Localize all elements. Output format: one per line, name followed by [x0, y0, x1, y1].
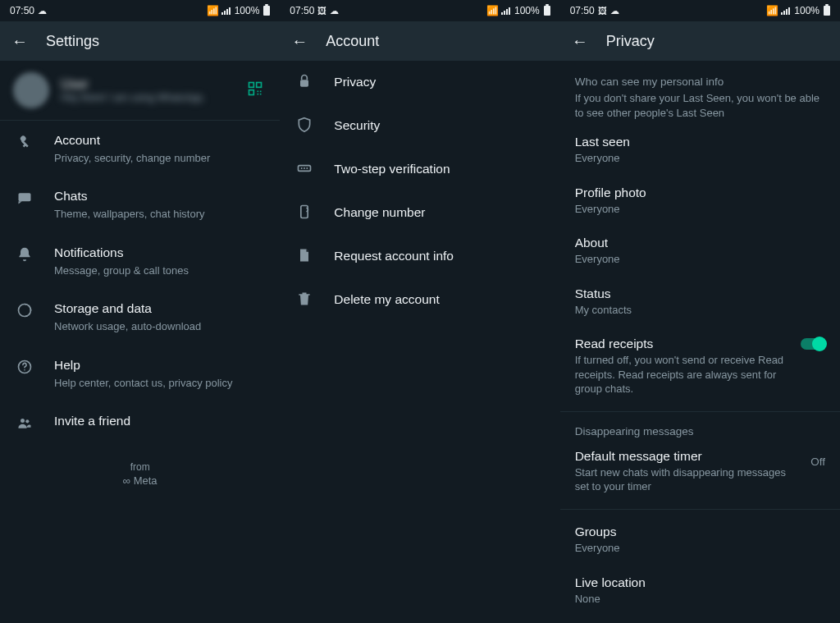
- item-value: My contacts: [575, 303, 825, 318]
- svg-point-16: [304, 167, 305, 169]
- phone-icon: [294, 202, 314, 224]
- item-label: Change number: [334, 204, 545, 222]
- privacy-item-default-timer[interactable]: Default message timer Start new chats wi…: [560, 439, 840, 504]
- status-bar: 07:50 🖼 ☁ 📶 100%: [280, 0, 559, 21]
- item-value: Everyone: [575, 202, 825, 217]
- app-bar-account: ← Account: [280, 21, 559, 61]
- wifi-icon: 📶: [207, 5, 219, 16]
- settings-item-notifications[interactable]: Notifications Message, group & call tone…: [0, 233, 280, 289]
- privacy-item-profile-photo[interactable]: Profile photo Everyone: [560, 176, 840, 227]
- item-title: Account: [54, 132, 265, 149]
- picture-icon: 🖼: [317, 6, 326, 16]
- item-subtitle: Network usage, auto-download: [54, 319, 265, 334]
- svg-rect-13: [300, 80, 308, 86]
- chat-icon: [15, 188, 34, 210]
- item-description: Start new chats with disappearing messag…: [575, 465, 791, 494]
- svg-rect-6: [260, 93, 262, 94]
- svg-rect-7: [19, 194, 31, 202]
- svg-point-12: [25, 420, 29, 424]
- battery-pct: 100%: [794, 5, 819, 16]
- cloud-icon: ☁: [38, 6, 47, 16]
- settings-item-invite[interactable]: Invite a friend: [0, 401, 280, 447]
- qr-code-icon[interactable]: [247, 80, 263, 101]
- profile-row[interactable]: User Hey there! I am using WhatsApp.: [0, 61, 280, 121]
- signal-icon: [221, 7, 231, 15]
- status-time: 07:50: [570, 5, 595, 16]
- profile-text: User Hey there! I am using WhatsApp.: [61, 77, 267, 103]
- status-time: 07:50: [290, 5, 314, 16]
- item-title: Last seen: [575, 135, 825, 149]
- item-value: Everyone: [575, 541, 825, 556]
- item-label: Delete my account: [334, 291, 545, 309]
- item-title: About: [575, 236, 825, 250]
- item-title: Invite a friend: [54, 413, 265, 430]
- svg-point-15: [301, 167, 303, 169]
- svg-rect-1: [257, 82, 262, 87]
- item-title: Notifications: [54, 245, 265, 262]
- section-disappearing: Disappearing messages: [560, 417, 840, 439]
- item-title: Chats: [54, 188, 265, 205]
- footer-from: from: [0, 461, 280, 473]
- item-subtitle: Message, group & call tones: [54, 263, 265, 278]
- privacy-item-last-seen[interactable]: Last seen Everyone: [560, 125, 840, 176]
- footer: from ∞ Meta: [0, 461, 280, 487]
- footer-meta-logo: ∞ Meta: [0, 474, 280, 487]
- item-title: Live location: [575, 575, 825, 590]
- cloud-icon: ☁: [330, 6, 339, 16]
- signal-icon: [781, 7, 790, 15]
- account-item-delete[interactable]: Delete my account: [280, 278, 559, 322]
- item-label: Request account info: [334, 248, 545, 265]
- profile-name: User: [61, 77, 267, 92]
- lock-icon: [294, 71, 314, 94]
- account-item-privacy[interactable]: Privacy: [280, 61, 559, 104]
- read-receipts-toggle[interactable]: [801, 338, 825, 350]
- svg-rect-0: [249, 82, 254, 87]
- item-title: Status: [575, 286, 825, 301]
- status-time: 07:50: [10, 5, 34, 16]
- account-item-security[interactable]: Security: [280, 104, 559, 148]
- item-description: If turned off, you won't send or receive…: [575, 353, 791, 396]
- signal-icon: [501, 7, 510, 15]
- wifi-icon: 📶: [766, 5, 778, 16]
- item-value: Off: [810, 456, 825, 468]
- svg-rect-2: [249, 89, 254, 94]
- privacy-item-status[interactable]: Status My contacts: [560, 277, 840, 328]
- account-item-request-info[interactable]: Request account info: [280, 235, 559, 278]
- item-title: Storage and data: [54, 300, 265, 318]
- pane-privacy: 07:50 🖼 ☁ 📶 100% ← Privacy Who can see m…: [560, 0, 840, 623]
- back-arrow-icon[interactable]: ←: [11, 33, 28, 49]
- item-title: Groups: [575, 525, 825, 539]
- section-description: If you don't share your Last Seen, you w…: [575, 91, 825, 120]
- privacy-item-groups[interactable]: Groups Everyone: [560, 515, 840, 566]
- privacy-item-live-location[interactable]: Live location None: [560, 566, 840, 616]
- avatar: [13, 72, 49, 108]
- app-bar-settings: ← Settings: [0, 21, 280, 61]
- shield-icon: [294, 115, 314, 137]
- privacy-item-about[interactable]: About Everyone: [560, 226, 840, 277]
- settings-item-storage[interactable]: Storage and data Network usage, auto-dow…: [0, 289, 280, 345]
- section-personal-info: Who can see my personal info If you don'…: [560, 61, 840, 125]
- app-bar-privacy: ← Privacy: [560, 21, 840, 61]
- settings-item-chats[interactable]: Chats Theme, wallpapers, chat history: [0, 176, 280, 232]
- svg-rect-3: [258, 90, 259, 92]
- divider: [560, 509, 840, 510]
- settings-item-help[interactable]: Help Help center, contact us, privacy po…: [0, 346, 280, 401]
- settings-item-account[interactable]: Account Privacy, security, change number: [0, 121, 280, 176]
- svg-point-11: [21, 419, 25, 423]
- battery-icon: [544, 6, 550, 16]
- pane-account: 07:50 🖼 ☁ 📶 100% ← Account Privacy Secu: [280, 0, 559, 623]
- account-item-change-number[interactable]: Change number: [280, 191, 559, 235]
- battery-icon: [824, 6, 830, 16]
- cloud-icon: ☁: [610, 6, 619, 16]
- account-item-two-step[interactable]: Two-step verification: [280, 148, 559, 191]
- status-bar: 07:50 ☁ 📶 100%: [0, 0, 280, 21]
- privacy-item-read-receipts[interactable]: Read receipts If turned off, you won't s…: [560, 327, 840, 406]
- battery-icon: [263, 6, 270, 16]
- item-label: Security: [334, 117, 545, 135]
- back-arrow-icon[interactable]: ←: [572, 33, 588, 49]
- svg-point-10: [24, 369, 25, 371]
- back-arrow-icon[interactable]: ←: [291, 33, 308, 49]
- doc-icon: [294, 245, 314, 268]
- item-title: Help: [54, 357, 265, 374]
- item-title: Default message timer: [575, 449, 791, 464]
